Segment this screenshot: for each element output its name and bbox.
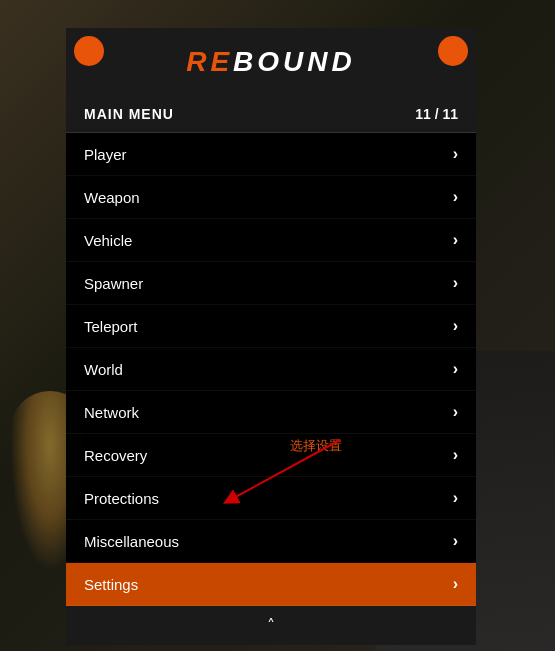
menu-item-label-spawner: Spawner <box>84 275 143 292</box>
menu-count: 11 / 11 <box>415 106 458 122</box>
corner-decoration-left <box>74 36 104 66</box>
logo: REBOUND <box>186 46 356 77</box>
menu-item-label-settings: Settings <box>84 576 138 593</box>
menu-item-recovery[interactable]: Recovery› <box>66 434 476 477</box>
menu-items-list: Player›Weapon›Vehicle›Spawner›Teleport›W… <box>66 133 476 606</box>
menu-item-arrow-weapon: › <box>453 188 458 206</box>
menu-item-arrow-spawner: › <box>453 274 458 292</box>
menu-item-miscellaneous[interactable]: Miscellaneous› <box>66 520 476 563</box>
menu-item-label-vehicle: Vehicle <box>84 232 132 249</box>
menu-item-vehicle[interactable]: Vehicle› <box>66 219 476 262</box>
menu-item-label-protections: Protections <box>84 490 159 507</box>
menu-item-arrow-recovery: › <box>453 446 458 464</box>
menu-container: REBOUND MAIN MENU 11 / 11 Player›Weapon›… <box>66 28 476 645</box>
menu-item-label-network: Network <box>84 404 139 421</box>
menu-item-spawner[interactable]: Spawner› <box>66 262 476 305</box>
menu-item-arrow-miscellaneous: › <box>453 532 458 550</box>
menu-item-world[interactable]: World› <box>66 348 476 391</box>
menu-item-teleport[interactable]: Teleport› <box>66 305 476 348</box>
menu-item-label-miscellaneous: Miscellaneous <box>84 533 179 550</box>
menu-item-player[interactable]: Player› <box>66 133 476 176</box>
menu-item-label-weapon: Weapon <box>84 189 140 206</box>
menu-item-arrow-network: › <box>453 403 458 421</box>
menu-footer[interactable]: ˄ <box>66 606 476 645</box>
menu-item-arrow-settings: › <box>453 575 458 593</box>
menu-item-arrow-world: › <box>453 360 458 378</box>
menu-item-weapon[interactable]: Weapon› <box>66 176 476 219</box>
menu-item-label-world: World <box>84 361 123 378</box>
menu-item-arrow-vehicle: › <box>453 231 458 249</box>
logo-re: RE <box>186 46 233 77</box>
menu-item-network[interactable]: Network› <box>66 391 476 434</box>
corner-decoration-right <box>438 36 468 66</box>
menu-item-arrow-player: › <box>453 145 458 163</box>
menu-item-arrow-protections: › <box>453 489 458 507</box>
menu-item-protections[interactable]: Protections› <box>66 477 476 520</box>
logo-bound: BOUND <box>233 46 356 77</box>
menu-title-bar: MAIN MENU 11 / 11 <box>66 96 476 133</box>
menu-item-settings[interactable]: Settings› <box>66 563 476 606</box>
menu-item-label-player: Player <box>84 146 127 163</box>
menu-header: REBOUND <box>66 28 476 96</box>
menu-item-arrow-teleport: › <box>453 317 458 335</box>
footer-chevron[interactable]: ˄ <box>267 617 275 634</box>
menu-item-label-teleport: Teleport <box>84 318 137 335</box>
menu-title: MAIN MENU <box>84 106 174 122</box>
menu-item-label-recovery: Recovery <box>84 447 147 464</box>
